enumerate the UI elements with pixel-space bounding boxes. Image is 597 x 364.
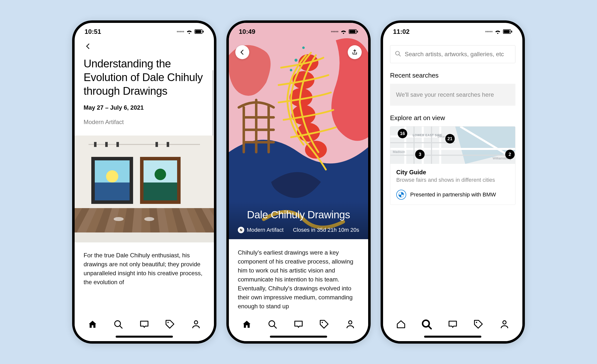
svg-point-5 [167,322,169,323]
map-pin[interactable]: 2 [505,150,515,159]
svg-point-6 [194,321,198,324]
bmw-logo-icon [396,190,406,200]
article-dateline: May 27 – July 6, 2021 [84,104,205,111]
home-indicator[interactable] [270,336,327,338]
map-pin[interactable]: 21 [445,134,455,143]
gallery-name: Modern Artifact [247,227,284,233]
home-indicator[interactable] [424,336,481,338]
tab-search[interactable] [266,318,279,331]
svg-rect-9 [357,31,358,33]
svg-line-21 [274,326,276,328]
tab-home[interactable] [395,318,407,331]
wifi-icon [340,29,347,34]
tab-search[interactable] [421,318,433,331]
status-bar: 11:02 ••••• [383,23,522,40]
svg-point-44 [503,321,506,324]
wifi-icon [495,29,501,34]
tab-sell[interactable] [164,318,176,331]
status-time: 10:49 [239,28,255,36]
battery-icon [195,29,204,34]
gallery-badge-icon: N [238,227,244,233]
svg-rect-25 [504,30,510,33]
tab-sell[interactable] [472,318,485,331]
map-label-madison: Madison [393,150,405,154]
svg-point-22 [322,322,323,323]
tab-profile[interactable] [344,318,356,331]
recent-searches-heading: Recent searches [383,63,522,84]
city-guide-card[interactable]: LOWER EAST SIDE Delancey St Madison Will… [390,126,515,205]
phone-mockup-3: 11:02 ••••• Recent searches We'll save y… [381,20,525,344]
svg-point-43 [476,322,477,323]
article-presenter: Modern Artifact [84,119,205,126]
phone-mockup-2: 10:49 ••••• [226,20,371,344]
back-button[interactable] [235,45,249,59]
tab-inbox[interactable] [292,318,305,331]
svg-line-28 [399,54,400,56]
home-indicator[interactable] [116,336,173,338]
status-bar: 10:49 ••••• [229,23,368,40]
svg-rect-1 [195,30,201,33]
article-hero-image [75,136,214,242]
battery-icon [503,29,512,34]
svg-point-18 [290,69,292,71]
tab-profile[interactable] [498,318,511,331]
city-guide-subtitle: Browse fairs and shows in different citi… [396,177,509,183]
tab-inbox[interactable] [138,318,150,331]
search-field[interactable] [390,45,515,63]
search-icon [395,50,401,58]
phone-mockup-1: 10:51 ••••• Understanding the Evolution … [72,20,216,344]
cellular-dots-icon: ••••• [485,29,493,35]
status-time: 11:02 [393,28,410,36]
tab-profile[interactable] [190,318,202,331]
status-time: 10:51 [85,28,101,36]
recent-searches-empty: We'll save your recent searches here [390,84,515,106]
svg-rect-26 [511,31,512,33]
show-countdown: Closes in 35d 21h 10m 20s [293,227,359,233]
show-body: Chihuly's earliest drawings were a key c… [238,248,359,311]
explore-heading: Explore art on view [383,106,522,126]
wifi-icon [186,29,193,34]
svg-line-4 [120,326,122,328]
battery-icon [349,29,358,34]
svg-rect-2 [203,31,204,33]
show-title: Dale Chihuly Drawings [238,209,359,221]
status-bar: 10:51 ••••• [75,23,214,40]
tab-inbox[interactable] [447,318,459,331]
article-body: For the true Dale Chihuly enthusiast, hi… [84,251,205,287]
cellular-dots-icon: ••••• [177,29,184,35]
map-preview: LOWER EAST SIDE Delancey St Madison Will… [390,127,515,164]
tab-home[interactable] [86,318,99,331]
article-title: Understanding the Evolution of Dale Chih… [84,57,205,98]
tab-sell[interactable] [318,318,331,331]
svg-line-42 [428,326,431,329]
share-button[interactable] [348,45,362,59]
tab-home[interactable] [241,318,253,331]
search-input[interactable] [405,51,511,58]
tab-search[interactable] [112,318,125,331]
cellular-dots-icon: ••••• [331,29,338,35]
svg-rect-8 [349,30,355,33]
map-pin[interactable]: 16 [398,129,407,138]
svg-point-23 [348,321,352,324]
back-button[interactable] [82,40,94,52]
city-guide-title: City Guide [396,169,509,176]
partner-text: Presented in partnership with BMW [410,191,496,198]
